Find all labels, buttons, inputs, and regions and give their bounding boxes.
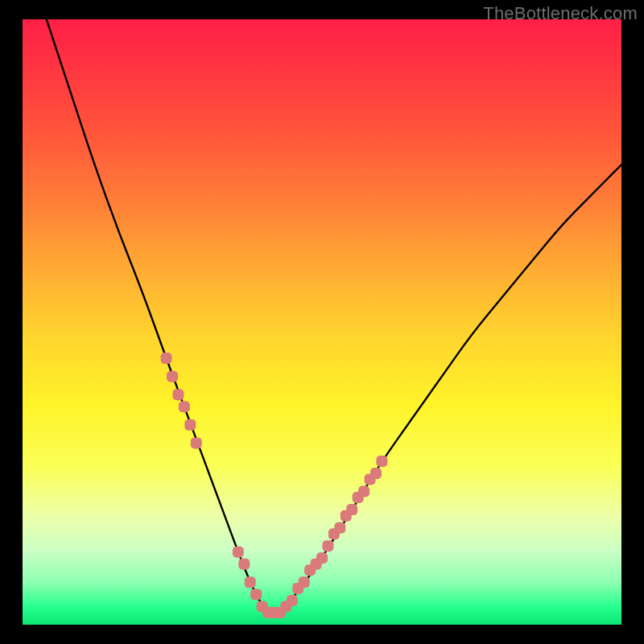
marker-point (184, 419, 196, 431)
marker-point (299, 576, 310, 588)
marker-point (287, 595, 298, 606)
marker-point (370, 468, 382, 479)
marker-point (167, 371, 178, 382)
marker-point (376, 456, 387, 467)
highlight-markers (23, 19, 621, 625)
attribution-text: TheBottleneck.com (483, 3, 638, 24)
marker-point (322, 540, 333, 551)
marker-point (346, 504, 357, 515)
chart-area (23, 19, 621, 625)
marker-point (245, 576, 256, 588)
marker-point (172, 389, 184, 400)
marker-point (250, 588, 262, 600)
marker-point (161, 353, 172, 364)
marker-point (191, 437, 202, 448)
marker-point (179, 401, 190, 412)
marker-point (316, 552, 328, 564)
marker-point (358, 486, 369, 497)
marker-point (233, 547, 244, 558)
marker-point (334, 522, 345, 534)
marker-point (238, 559, 250, 570)
